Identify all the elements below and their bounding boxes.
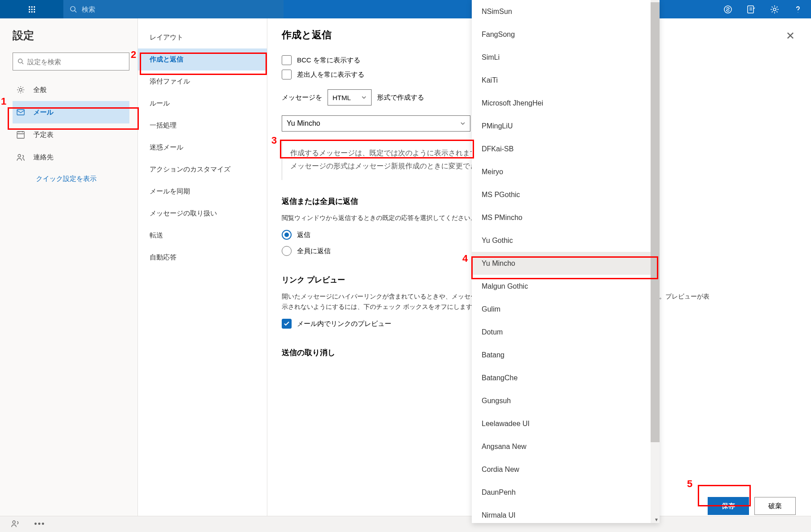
svg-point-20 [13,521,15,523]
font-option[interactable]: Meiryo [472,160,660,183]
font-option-selected[interactable]: Yu Mincho [472,252,660,275]
font-option[interactable]: Angsana New [472,435,660,458]
font-option[interactable]: KaiTi [472,69,660,92]
font-option[interactable]: Leelawadee UI [472,412,660,435]
svg-line-15 [22,62,23,64]
svg-rect-2 [34,6,35,8]
font-option[interactable]: Gungsuh [472,389,660,412]
scrollbar-thumb[interactable] [651,2,660,442]
font-option[interactable]: FangSong [472,23,660,46]
mail-icon [16,108,25,117]
settings-search-input[interactable] [27,58,124,66]
svg-rect-3 [29,9,30,10]
svg-rect-8 [34,11,35,13]
font-option[interactable]: NSimSun [472,0,660,23]
svg-rect-6 [29,11,30,13]
top-bar [0,0,811,18]
save-button[interactable]: 保存 [708,497,749,515]
nav-calendar[interactable]: 予定表 [13,123,129,146]
font-dropdown-list[interactable]: ▲ ▼ NSimSun FangSong SimLi KaiTi Microso… [472,0,660,523]
search-icon [70,5,77,13]
font-option[interactable]: PMingLiU [472,114,660,137]
discard-button[interactable]: 破棄 [754,497,796,515]
sub-rules[interactable]: ルール [138,92,267,114]
calendar-icon [16,130,25,139]
sub-layout[interactable]: レイアウト [138,26,267,48]
nav-label: 連絡先 [33,153,53,162]
font-option[interactable]: Batang [472,343,660,366]
settings-search[interactable] [13,53,129,70]
people-icon [16,153,25,162]
svg-point-13 [773,8,776,11]
svg-rect-17 [17,110,24,115]
search-icon [18,58,24,65]
more-icon[interactable]: ••• [34,519,45,529]
font-dropdown[interactable]: Yu Mincho [282,115,470,132]
global-search-input[interactable] [82,5,277,13]
sub-sweep[interactable]: 一括処理 [138,114,267,136]
nav-contacts[interactable]: 連絡先 [13,146,129,168]
skype-icon[interactable] [723,4,733,14]
svg-rect-0 [29,6,30,8]
svg-point-19 [18,154,21,157]
svg-point-9 [71,6,75,11]
font-option[interactable]: MS PMincho [472,206,660,229]
message-format-dropdown[interactable]: HTML [328,89,372,106]
gear-icon [16,85,25,94]
sub-message-handling[interactable]: メッセージの取り扱い [138,202,267,224]
app-launcher-button[interactable] [0,0,63,18]
svg-rect-12 [748,6,753,13]
topbar-actions [723,4,811,14]
svg-rect-18 [17,132,24,138]
nav-mail[interactable]: メール [13,101,129,123]
checkbox-label: 差出人を常に表示する [297,70,364,79]
font-option[interactable]: DaunPenh [472,481,660,504]
font-option[interactable]: BatangChe [472,366,660,389]
font-option[interactable]: Malgun Gothic [472,275,660,298]
sub-sync-mail[interactable]: メールを同期 [138,180,267,202]
font-option[interactable]: SimLi [472,46,660,69]
sub-junk[interactable]: 迷惑メール [138,136,267,158]
notes-icon[interactable] [746,4,756,14]
mail-settings-sidebar: レイアウト 作成と返信 添付ファイル ルール 一括処理 迷惑メール アクションの… [138,18,267,519]
font-option[interactable]: Microsoft JhengHei [472,92,660,114]
annotation-label-4: 4 [462,253,468,264]
font-option[interactable]: Dotum [472,321,660,343]
help-icon[interactable] [793,4,803,14]
font-option[interactable]: MS PGothic [472,183,660,206]
sub-attachments[interactable]: 添付ファイル [138,70,267,92]
message-format-suffix: 形式で作成する [377,93,424,102]
gear-icon[interactable] [770,4,780,14]
nav-label: メール [33,108,53,117]
annotation-label-1: 1 [1,96,6,107]
font-option[interactable]: Yu Gothic [472,229,660,252]
annotation-label-2: 2 [131,49,136,61]
sub-forwarding[interactable]: 転送 [138,224,267,246]
message-format-prefix: メッセージを [282,93,322,102]
svg-rect-5 [34,9,35,10]
chevron-down-icon [361,95,367,100]
scroll-down-arrow[interactable]: ▼ [654,517,659,522]
bottom-bar: ••• [0,516,811,532]
svg-point-16 [19,88,22,91]
annotation-label-3: 3 [271,135,277,146]
radio-label: 返信 [297,231,310,239]
global-search[interactable] [63,0,284,18]
checkbox-label: BCC を常に表示する [297,56,360,65]
svg-rect-4 [31,9,32,10]
sub-customize-actions[interactable]: アクションのカスタマイズ [138,158,267,180]
font-option[interactable]: Cordia New [472,458,660,481]
radio-icon [282,230,292,240]
font-option[interactable]: Gulim [472,298,660,321]
quick-settings-link[interactable]: クイック設定を表示 [13,168,129,183]
font-option[interactable]: DFKai-SB [472,137,660,160]
sub-compose-reply[interactable]: 作成と返信 [138,48,267,70]
close-button[interactable]: ✕ [786,30,795,42]
scrollbar-track[interactable]: ▲ ▼ [651,0,660,523]
font-option[interactable]: Nirmala UI [472,504,660,523]
chevron-down-icon [460,121,465,126]
nav-label: 予定表 [33,131,53,139]
nav-general[interactable]: 全般 [13,79,129,101]
people-icon[interactable] [11,519,20,530]
sub-auto-reply[interactable]: 自動応答 [138,246,267,268]
